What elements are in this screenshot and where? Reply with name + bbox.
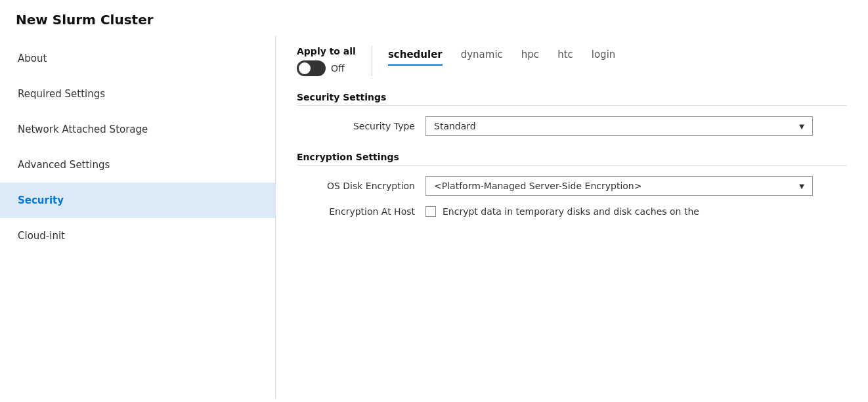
security-type-value: Standard <box>434 121 476 131</box>
os-disk-label: OS Disk Encryption <box>297 181 415 191</box>
os-disk-encryption-row: OS Disk Encryption <Platform-Managed Ser… <box>297 176 847 196</box>
encryption-at-host-text: Encrypt data in temporary disks and disk… <box>443 206 699 217</box>
security-type-label: Security Type <box>297 121 415 131</box>
tab-login[interactable]: login <box>592 49 616 66</box>
toggle-row: Off <box>297 60 356 76</box>
security-settings-divider <box>297 105 847 106</box>
apply-all-section: Apply to all Off <box>297 46 372 76</box>
sidebar-item-security[interactable]: Security <box>0 183 275 218</box>
os-disk-dropdown[interactable]: <Platform-Managed Server-Side Encryption… <box>425 176 813 196</box>
toggle-knob <box>299 62 311 74</box>
encryption-settings-section: Encryption Settings OS Disk Encryption <… <box>297 152 847 217</box>
os-disk-control: <Platform-Managed Server-Side Encryption… <box>425 176 819 196</box>
apply-all-toggle[interactable] <box>297 60 326 76</box>
security-type-dropdown-arrow: ▼ <box>799 123 804 130</box>
toggle-state-label: Off <box>331 63 345 74</box>
sidebar-item-about[interactable]: About <box>0 41 275 76</box>
sidebar-item-required-settings[interactable]: Required Settings <box>0 76 275 112</box>
os-disk-dropdown-arrow: ▼ <box>799 183 804 190</box>
main-content: Apply to all Off scheduler dynamic hpc <box>276 35 868 398</box>
top-bar: Apply to all Off scheduler dynamic hpc <box>297 46 847 76</box>
security-settings-section: Security Settings Security Type Standard… <box>297 92 847 136</box>
sidebar-item-network-attached-storage[interactable]: Network Attached Storage <box>0 112 275 147</box>
os-disk-value: <Platform-Managed Server-Side Encryption… <box>434 181 641 191</box>
security-type-row: Security Type Standard ▼ <box>297 116 847 136</box>
security-type-control: Standard ▼ <box>425 116 819 136</box>
tab-dynamic[interactable]: dynamic <box>461 49 503 66</box>
encryption-at-host-control: Encrypt data in temporary disks and disk… <box>425 206 819 217</box>
security-type-dropdown[interactable]: Standard ▼ <box>425 116 813 136</box>
security-settings-heading: Security Settings <box>297 92 847 102</box>
sidebar-item-cloud-init[interactable]: Cloud-init <box>0 218 275 254</box>
encryption-at-host-checkbox-row: Encrypt data in temporary disks and disk… <box>425 206 699 217</box>
sidebar: About Required Settings Network Attached… <box>0 35 276 398</box>
encryption-settings-divider <box>297 165 847 166</box>
tabs: scheduler dynamic hpc htc login <box>388 46 615 66</box>
encryption-at-host-checkbox[interactable] <box>425 206 436 217</box>
tab-scheduler[interactable]: scheduler <box>388 49 443 66</box>
encryption-at-host-row: Encryption At Host Encrypt data in tempo… <box>297 206 847 217</box>
encryption-at-host-label: Encryption At Host <box>297 206 415 217</box>
apply-all-label: Apply to all <box>297 46 356 56</box>
tab-htc[interactable]: htc <box>557 49 573 66</box>
encryption-settings-heading: Encryption Settings <box>297 152 847 162</box>
page-title: New Slurm Cluster <box>0 0 868 35</box>
sidebar-item-advanced-settings[interactable]: Advanced Settings <box>0 147 275 183</box>
tab-hpc[interactable]: hpc <box>521 49 539 66</box>
